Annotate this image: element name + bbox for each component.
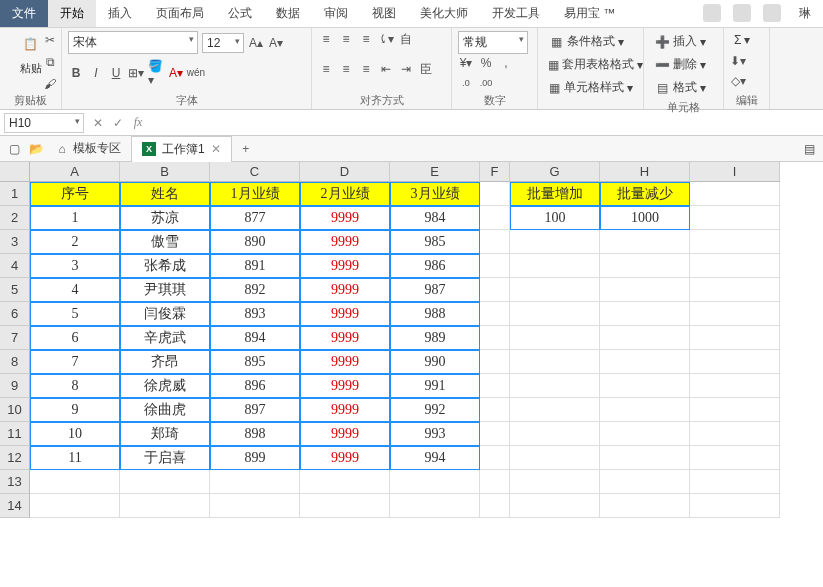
cell-C12[interactable]: 899 — [210, 446, 300, 470]
cell-G1[interactable]: 批量增加 — [510, 182, 600, 206]
align-right-icon[interactable]: ≡ — [358, 61, 374, 77]
cell-F14[interactable] — [480, 494, 510, 518]
row-header-7[interactable]: 7 — [0, 326, 30, 350]
cell-E3[interactable]: 985 — [390, 230, 480, 254]
cell-B7[interactable]: 辛虎武 — [120, 326, 210, 350]
col-header-H[interactable]: H — [600, 162, 690, 182]
cell-D3[interactable]: 9999 — [300, 230, 390, 254]
currency-icon[interactable]: ¥▾ — [458, 55, 474, 71]
cell-E4[interactable]: 986 — [390, 254, 480, 278]
cell-A14[interactable] — [30, 494, 120, 518]
align-left-icon[interactable]: ≡ — [318, 61, 334, 77]
cell-G11[interactable] — [510, 422, 600, 446]
cell-F2[interactable] — [480, 206, 510, 230]
cell-A13[interactable] — [30, 470, 120, 494]
row-header-6[interactable]: 6 — [0, 302, 30, 326]
cell-G8[interactable] — [510, 350, 600, 374]
cell-A7[interactable]: 6 — [30, 326, 120, 350]
menu-tab-2[interactable]: 页面布局 — [144, 0, 216, 27]
cell-F11[interactable] — [480, 422, 510, 446]
row-header-5[interactable]: 5 — [0, 278, 30, 302]
cell-A6[interactable]: 5 — [30, 302, 120, 326]
menu-file[interactable]: 文件 — [0, 0, 48, 27]
cell-C4[interactable]: 891 — [210, 254, 300, 278]
cell-C1[interactable]: 1月业绩 — [210, 182, 300, 206]
cell-I9[interactable] — [690, 374, 780, 398]
cell-D1[interactable]: 2月业绩 — [300, 182, 390, 206]
underline-button[interactable]: U — [108, 65, 124, 81]
clear-button[interactable]: ◇▾ — [730, 73, 746, 89]
menu-tab-1[interactable]: 插入 — [96, 0, 144, 27]
cell-F5[interactable] — [480, 278, 510, 302]
cell-D2[interactable]: 9999 — [300, 206, 390, 230]
copy-icon[interactable]: ⧉ — [42, 54, 58, 70]
cell-G9[interactable] — [510, 374, 600, 398]
cell-B1[interactable]: 姓名 — [120, 182, 210, 206]
phonetic-button[interactable]: wén — [188, 65, 204, 81]
col-header-D[interactable]: D — [300, 162, 390, 182]
row-header-2[interactable]: 2 — [0, 206, 30, 230]
cell-H6[interactable] — [600, 302, 690, 326]
italic-button[interactable]: I — [88, 65, 104, 81]
cell-H10[interactable] — [600, 398, 690, 422]
cell-A3[interactable]: 2 — [30, 230, 120, 254]
cell-H13[interactable] — [600, 470, 690, 494]
cell-I4[interactable] — [690, 254, 780, 278]
cell-I10[interactable] — [690, 398, 780, 422]
cell-G5[interactable] — [510, 278, 600, 302]
cell-I1[interactable] — [690, 182, 780, 206]
cell-F3[interactable] — [480, 230, 510, 254]
cell-B9[interactable]: 徐虎威 — [120, 374, 210, 398]
cell-C10[interactable]: 897 — [210, 398, 300, 422]
orientation-icon[interactable]: ⤹▾ — [378, 31, 394, 47]
cell-I6[interactable] — [690, 302, 780, 326]
row-header-13[interactable]: 13 — [0, 470, 30, 494]
cell-G13[interactable] — [510, 470, 600, 494]
cell-E6[interactable]: 988 — [390, 302, 480, 326]
cell-E7[interactable]: 989 — [390, 326, 480, 350]
cell-H7[interactable] — [600, 326, 690, 350]
cell-A11[interactable]: 10 — [30, 422, 120, 446]
close-icon[interactable]: ✕ — [211, 142, 221, 156]
row-header-3[interactable]: 3 — [0, 230, 30, 254]
menu-tab-0[interactable]: 开始 — [48, 0, 96, 27]
cell-G14[interactable] — [510, 494, 600, 518]
template-area-button[interactable]: ⌂模板专区 — [50, 138, 125, 159]
cell-E9[interactable]: 991 — [390, 374, 480, 398]
cell-C2[interactable]: 877 — [210, 206, 300, 230]
cell-E2[interactable]: 984 — [390, 206, 480, 230]
cell-C8[interactable]: 895 — [210, 350, 300, 374]
cell-I5[interactable] — [690, 278, 780, 302]
cell-D11[interactable]: 9999 — [300, 422, 390, 446]
cell-I12[interactable] — [690, 446, 780, 470]
cell-B13[interactable] — [120, 470, 210, 494]
cell-H1[interactable]: 批量减少 — [600, 182, 690, 206]
cell-A10[interactable]: 9 — [30, 398, 120, 422]
cell-G3[interactable] — [510, 230, 600, 254]
cell-H9[interactable] — [600, 374, 690, 398]
cell-B12[interactable]: 于启喜 — [120, 446, 210, 470]
cell-D7[interactable]: 9999 — [300, 326, 390, 350]
menu-tab-6[interactable]: 视图 — [360, 0, 408, 27]
cell-E14[interactable] — [390, 494, 480, 518]
cell-E8[interactable]: 990 — [390, 350, 480, 374]
cell-E12[interactable]: 994 — [390, 446, 480, 470]
cell-E10[interactable]: 992 — [390, 398, 480, 422]
cell-B11[interactable]: 郑琦 — [120, 422, 210, 446]
percent-icon[interactable]: % — [478, 55, 494, 71]
cell-B5[interactable]: 尹琪琪 — [120, 278, 210, 302]
cell-B6[interactable]: 闫俊霖 — [120, 302, 210, 326]
cell-A5[interactable]: 4 — [30, 278, 120, 302]
col-header-I[interactable]: I — [690, 162, 780, 182]
select-all-corner[interactable] — [0, 162, 30, 182]
menu-tab-5[interactable]: 审阅 — [312, 0, 360, 27]
cell-C3[interactable]: 890 — [210, 230, 300, 254]
menu-tab-9[interactable]: 易用宝 ™ — [552, 0, 627, 27]
cell-I11[interactable] — [690, 422, 780, 446]
cell-G7[interactable] — [510, 326, 600, 350]
cell-A1[interactable]: 序号 — [30, 182, 120, 206]
align-middle-icon[interactable]: ≡ — [338, 31, 354, 47]
add-workbook-button[interactable]: + — [238, 142, 254, 156]
cell-C9[interactable]: 896 — [210, 374, 300, 398]
table-format-button[interactable]: ▦套用表格格式▾ — [544, 54, 637, 75]
